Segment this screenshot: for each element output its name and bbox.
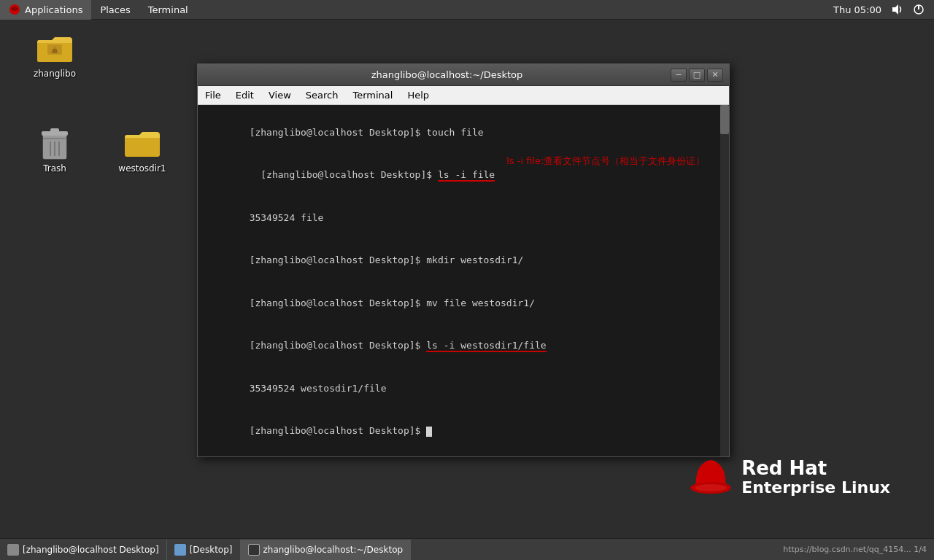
- applications-label: Applications: [25, 4, 82, 15]
- term-menu-edit[interactable]: Edit: [228, 86, 261, 105]
- redhat-logo-image: Red Hat Enterprise Linux: [689, 457, 890, 497]
- minimize-button[interactable]: ─: [671, 69, 687, 82]
- window-controls: ─ □ ✕: [668, 69, 723, 82]
- taskbar-item-desktop-files[interactable]: [zhanglibo@localhost Desktop]: [0, 540, 167, 560]
- taskbar: [zhanglibo@localhost Desktop] [Desktop] …: [0, 538, 934, 560]
- terminal-titlebar: zhanglibo@localhost:~/Desktop ─ □ ✕: [198, 64, 729, 86]
- taskbar-right-info: https://blog.csdn.net/qq_4154... 1/4: [783, 545, 934, 554]
- terminal-line-8: [zhanglibo@localhost Desktop]$: [204, 410, 723, 453]
- svg-rect-9: [53, 49, 57, 53]
- taskbar-icon-files: [7, 544, 19, 556]
- volume-icon[interactable]: [890, 3, 903, 16]
- taskbar-icon-desktop: [174, 544, 186, 556]
- terminal-window: zhanglibo@localhost:~/Desktop ─ □ ✕ File…: [197, 63, 730, 457]
- applications-menu[interactable]: Applications: [0, 0, 91, 20]
- folder-icon-westosdir1: [125, 125, 160, 160]
- redhat-logo: Red Hat Enterprise Linux: [689, 457, 890, 497]
- topbar-left: Applications Places Terminal: [0, 0, 197, 20]
- terminal-scrollbar[interactable]: [720, 105, 729, 456]
- topbar-right: Thu 05:00: [833, 3, 934, 16]
- close-button[interactable]: ✕: [707, 69, 723, 82]
- svg-point-1: [11, 7, 18, 11]
- places-label: Places: [100, 4, 130, 15]
- terminal-line-5: [zhanglibo@localhost Desktop]$ mv file w…: [204, 281, 723, 324]
- desktop: zhanglibo Trash westosdir1: [0, 20, 934, 526]
- scroll-thumb[interactable]: [720, 105, 729, 134]
- redhat-hat-icon: [689, 457, 733, 497]
- desktop-icon-zhanglibo[interactable]: zhanglibo: [26, 31, 84, 79]
- folder-label-westosdir1: westosdir1: [118, 163, 166, 174]
- terminal-body[interactable]: [zhanglibo@localhost Desktop]$ touch fil…: [198, 105, 729, 456]
- desktop-icon-trash[interactable]: Trash: [26, 125, 84, 174]
- top-menubar: Applications Places Terminal Thu 05:00: [0, 0, 934, 20]
- taskbar-url-info: https://blog.csdn.net/qq_4154... 1/4: [783, 545, 927, 554]
- folder-label-zhanglibo: zhanglibo: [34, 69, 76, 79]
- taskbar-item-desktop[interactable]: [Desktop]: [167, 540, 241, 560]
- redhat-small-icon: [9, 4, 20, 15]
- taskbar-label-terminal: zhanglibo@localhost:~/Desktop: [263, 545, 404, 555]
- svg-rect-18: [125, 135, 160, 157]
- trash-label: Trash: [43, 163, 66, 174]
- term-menu-help[interactable]: Help: [400, 86, 436, 105]
- terminal-line-2: [zhanglibo@localhost Desktop]$ ls -i fil…: [204, 154, 723, 197]
- terminal-menu[interactable]: Terminal: [139, 0, 197, 20]
- maximize-button[interactable]: □: [689, 69, 705, 82]
- terminal-line-6: [zhanglibo@localhost Desktop]$ ls -i wes…: [204, 324, 723, 368]
- term-menu-file[interactable]: File: [198, 86, 228, 105]
- svg-point-21: [695, 484, 727, 491]
- terminal-label: Terminal: [148, 4, 188, 15]
- term-menu-view[interactable]: View: [261, 86, 298, 105]
- taskbar-label-desktop: [Desktop]: [190, 545, 233, 555]
- places-menu[interactable]: Places: [91, 0, 139, 20]
- term-menu-search[interactable]: Search: [298, 86, 346, 105]
- terminal-title: zhanglibo@localhost:~/Desktop: [225, 69, 668, 80]
- svg-rect-14: [42, 131, 68, 136]
- term-menu-terminal[interactable]: Terminal: [345, 86, 400, 105]
- redhat-line1: Red Hat: [741, 458, 890, 479]
- terminal-cursor: [426, 427, 432, 437]
- taskbar-item-terminal-active[interactable]: zhanglibo@localhost:~/Desktop: [241, 540, 412, 560]
- terminal-menubar: File Edit View Search Terminal Help: [198, 86, 729, 105]
- terminal-line-3: 35349524 file: [204, 196, 723, 239]
- terminal-line-4: [zhanglibo@localhost Desktop]$ mkdir wes…: [204, 239, 723, 282]
- power-icon[interactable]: [912, 3, 925, 16]
- redhat-text: Red Hat Enterprise Linux: [741, 458, 890, 497]
- desktop-icon-westosdir1[interactable]: westosdir1: [113, 125, 171, 174]
- clock: Thu 05:00: [833, 4, 881, 15]
- folder-icon-zhanglibo: [37, 31, 72, 66]
- terminal-line-1: [zhanglibo@localhost Desktop]$ touch fil…: [204, 111, 723, 154]
- svg-marker-2: [892, 4, 898, 15]
- taskbar-icon-terminal: [248, 544, 260, 556]
- terminal-line-7: 35349524 westosdir1/file: [204, 367, 723, 410]
- trash-icon: [37, 125, 72, 160]
- taskbar-label-files: [zhanglibo@localhost Desktop]: [23, 545, 159, 555]
- redhat-line2: Enterprise Linux: [741, 479, 890, 497]
